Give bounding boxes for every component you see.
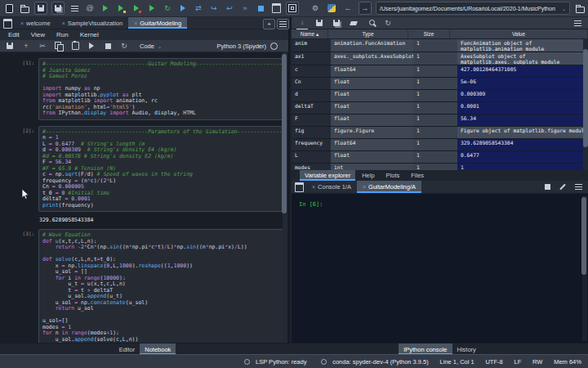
debug-step-return-icon[interactable]: ↩: [224, 2, 235, 14]
run-file-icon[interactable]: [100, 2, 111, 14]
variable-row-F[interactable]: Ffloat156.34: [292, 114, 588, 127]
variable-row-ax1[interactable]: ax1axes._subplots.AxesSubplot1AxesSubplo…: [292, 52, 588, 65]
editor-tab-welcome[interactable]: ×welcome: [15, 17, 56, 29]
save-all-icon[interactable]: [51, 2, 65, 15]
find-symbols-icon[interactable]: @: [84, 2, 96, 14]
pane-tab-history[interactable]: History: [452, 343, 481, 355]
variable-row-d[interactable]: dfloat10.000309: [292, 90, 588, 102]
mode-tab-editor[interactable]: Editor: [114, 343, 140, 355]
column-header-type[interactable]: Type: [328, 29, 408, 38]
run-icon[interactable]: [86, 40, 97, 52]
variable-value[interactable]: AxesSubplot object of matplotlib.axes._s…: [457, 52, 588, 65]
python-logo-icon[interactable]: [326, 2, 337, 14]
debug-step-icon[interactable]: ⇄: [193, 2, 204, 14]
menu-kernel[interactable]: Kernel: [80, 31, 99, 38]
variable-row-L[interactable]: Lfloat10.6477: [292, 151, 588, 164]
notebook-cell[interactable]: [2]:#--------------------------------Par…: [0, 126, 283, 213]
menu-edit[interactable]: Edit: [8, 31, 20, 38]
variable-explorer-pane[interactable]: Name ▴TypeSizeValue animanimation.FuncAn…: [292, 29, 588, 170]
pane-tab-variable-explorer[interactable]: Variable explorer: [300, 170, 355, 181]
save-data-icon[interactable]: [314, 17, 325, 29]
import-data-icon[interactable]: ↓: [296, 17, 308, 29]
save-icon[interactable]: [34, 2, 47, 15]
run-cell-advance-icon[interactable]: [131, 2, 142, 14]
open-directory-icon[interactable]: [574, 2, 586, 14]
variable-value[interactable]: 5e-06: [457, 78, 588, 89]
variable-row-anim[interactable]: animanimation.FuncAnimation1FuncAnimatio…: [292, 39, 588, 52]
notebook-cell[interactable]: [3]:# Wave Equationdef u(x,t,c,L,n): ret…: [0, 229, 283, 343]
nav-back-icon[interactable]: ←: [342, 2, 354, 14]
close-tab-icon[interactable]: ×: [134, 20, 137, 26]
debug-continue-icon[interactable]: »: [239, 2, 251, 14]
menu-run[interactable]: Run: [56, 31, 69, 38]
fullscreen-icon[interactable]: [286, 2, 299, 15]
new-tab-icon[interactable]: +: [263, 19, 275, 29]
column-header-name[interactable]: Name ▴: [292, 29, 328, 38]
console-scrollbar[interactable]: [582, 195, 587, 341]
run-cell-icon[interactable]: [115, 2, 127, 14]
menu-view[interactable]: View: [31, 31, 45, 38]
variable-value[interactable]: 0.6477: [457, 151, 588, 163]
console-tab-GuitarModeling-A[interactable]: ×GuitarModeling/A: [357, 181, 421, 193]
debug-step-into-icon[interactable]: ↪: [208, 2, 220, 14]
nav-forward-icon[interactable]: →: [359, 2, 372, 15]
pane-tab-plots[interactable]: Plots: [381, 170, 405, 181]
variable-row-Cn[interactable]: Cnfloat15e-06: [292, 78, 588, 90]
add-cell-icon[interactable]: +: [20, 40, 32, 52]
restart-icon[interactable]: ↻: [118, 40, 130, 52]
pane-tab-files[interactable]: Files: [406, 170, 429, 181]
variable-value[interactable]: FuncAnimation object of matplotlib.anima…: [457, 39, 588, 52]
column-header-value[interactable]: Value: [450, 29, 588, 38]
debug-stop-icon[interactable]: [255, 2, 266, 14]
save-notebook-icon[interactable]: [4, 40, 16, 52]
browse-tabs-icon[interactable]: [2, 18, 13, 29]
copy-cell-icon[interactable]: [53, 40, 65, 52]
remove-variables-icon[interactable]: [348, 17, 359, 29]
editor-scrollbar[interactable]: [283, 52, 287, 343]
variable-value[interactable]: 427.00128464371005: [457, 65, 588, 77]
ipython-console-pane[interactable]: In [6]:: [292, 194, 588, 343]
maximize-pane-icon[interactable]: [270, 2, 282, 14]
browse-tabs-icon[interactable]: [293, 182, 305, 193]
options-menu-icon[interactable]: [572, 17, 583, 29]
refresh-icon[interactable]: ↻: [382, 17, 394, 29]
cut-cell-icon[interactable]: ✂: [37, 40, 48, 52]
mode-tab-notebook[interactable]: Notebook: [140, 343, 176, 355]
cell-code[interactable]: # Wave Equationdef u(x,t,c,L,n): return …: [38, 229, 283, 343]
close-tab-icon[interactable]: ×: [363, 184, 366, 190]
create-cell-icon[interactable]: [69, 2, 80, 14]
variable-table-header[interactable]: Name ▴TypeSizeValue: [292, 29, 588, 39]
pane-tab-ipython-console[interactable]: IPython console: [399, 343, 452, 355]
variable-value[interactable]: 0.0001: [457, 102, 588, 114]
column-header-size[interactable]: Size: [408, 29, 450, 38]
variable-row-modes[interactable]: modesint11: [292, 164, 588, 170]
search-icon[interactable]: [365, 17, 376, 29]
notebook-cell[interactable]: [1]:#--------------------------------Gui…: [0, 58, 283, 120]
tools-wrench-icon[interactable]: ⚙: [310, 2, 321, 14]
inspect-icon[interactable]: [557, 182, 568, 193]
cell-code[interactable]: #--------------------------------Paramet…: [38, 126, 283, 213]
close-tab-icon[interactable]: ×: [312, 184, 315, 190]
options-menu-icon[interactable]: [572, 182, 584, 193]
variable-row-deltaT[interactable]: deltaTfloat10.0001: [292, 102, 588, 114]
variable-value[interactable]: 56.34: [457, 114, 588, 126]
options-menu-icon[interactable]: [277, 19, 289, 29]
save-data-as-icon[interactable]: [331, 17, 342, 29]
variable-value[interactable]: 1: [457, 164, 588, 170]
variable-value[interactable]: 329.6289058543384: [457, 139, 588, 150]
variable-row-c[interactable]: cfloat641427.00128464371005: [292, 65, 588, 78]
rerun-cell-icon[interactable]: ↻: [162, 2, 173, 14]
open-file-icon[interactable]: [19, 2, 30, 14]
console-tab-Console-1-A[interactable]: ×Console 1/A: [306, 181, 357, 193]
new-file-icon[interactable]: [3, 2, 15, 14]
interrupt-kernel-icon[interactable]: [541, 182, 553, 193]
working-directory-combobox[interactable]: /Users/juanitagomez/Documents/URosarioLo…: [376, 2, 570, 15]
variable-explorer-scrollbar[interactable]: [583, 38, 588, 170]
cell-code[interactable]: #--------------------------------Guitar …: [38, 58, 283, 120]
editor-tab-GuitarModeling[interactable]: ×GuitarModeling: [128, 17, 187, 29]
editor-tab-SampleVisualization[interactable]: ×SampleVisualization: [56, 17, 129, 29]
debug-file-icon[interactable]: [177, 2, 189, 14]
variable-row-fig[interactable]: figfigure.Figure1Figure object of matplo…: [292, 127, 588, 139]
close-tab-icon[interactable]: ×: [20, 20, 24, 26]
variable-value[interactable]: Figure object of matplotlib.figure modul…: [457, 127, 588, 138]
